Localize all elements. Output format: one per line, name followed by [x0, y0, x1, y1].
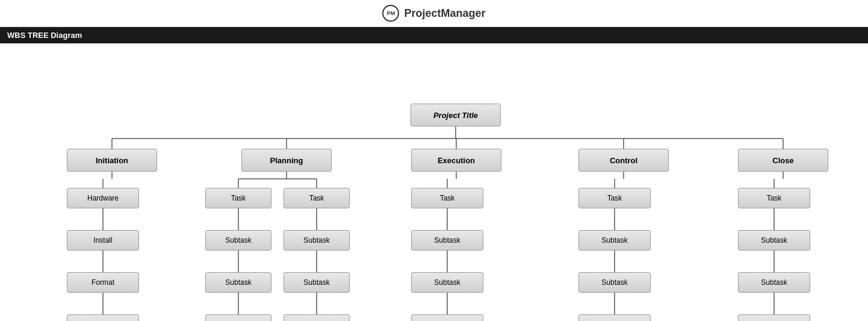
node-planning-subtask-left-2: Subtask [205, 272, 271, 293]
node-planning-subtask-right-1: Subtask [284, 230, 350, 251]
node-close: Close [738, 149, 828, 172]
node-format: Format [67, 272, 139, 293]
node-planning: Planning [241, 149, 332, 172]
root-node: Project Title [411, 104, 501, 126]
node-planning-task-right: Task [284, 188, 350, 208]
node-initiation: Initiation [67, 149, 157, 172]
node-planning-subtask-left-3: Subtask [205, 314, 271, 321]
node-execution: Execution [411, 149, 501, 172]
node-execution-subtask-2: Subtask [411, 272, 483, 293]
node-control-subtask-1: Subtask [578, 230, 651, 251]
node-close-task: Task [738, 188, 810, 208]
node-planning-subtask-left-1: Subtask [205, 230, 271, 251]
node-close-subtask-3: Subtask [738, 314, 810, 321]
node-planning-task-left: Task [205, 188, 271, 208]
node-control-subtask-2: Subtask [578, 272, 651, 293]
node-test: Test [67, 314, 139, 321]
header-bar: WBS TREE Diagram [0, 27, 868, 43]
node-control-subtask-3: Subtask [578, 314, 651, 321]
logo-circle: PM [382, 5, 399, 22]
node-planning-subtask-right-3: Subtask [284, 314, 350, 321]
node-control: Control [578, 149, 669, 172]
node-control-task: Task [578, 188, 651, 208]
top-bar: PM ProjectManager [0, 0, 868, 27]
node-install: Install [67, 230, 139, 251]
app-title: ProjectManager [404, 7, 485, 20]
node-hardware: Hardware [67, 188, 139, 208]
node-execution-task: Task [411, 188, 483, 208]
node-execution-subtask-1: Subtask [411, 230, 483, 251]
diagram-area: Project Title Initiation Planning Execut… [0, 43, 868, 321]
node-close-subtask-2: Subtask [738, 272, 810, 293]
node-planning-subtask-right-2: Subtask [284, 272, 350, 293]
node-execution-subtask-3: Subtask [411, 314, 483, 321]
node-close-subtask-1: Subtask [738, 230, 810, 251]
